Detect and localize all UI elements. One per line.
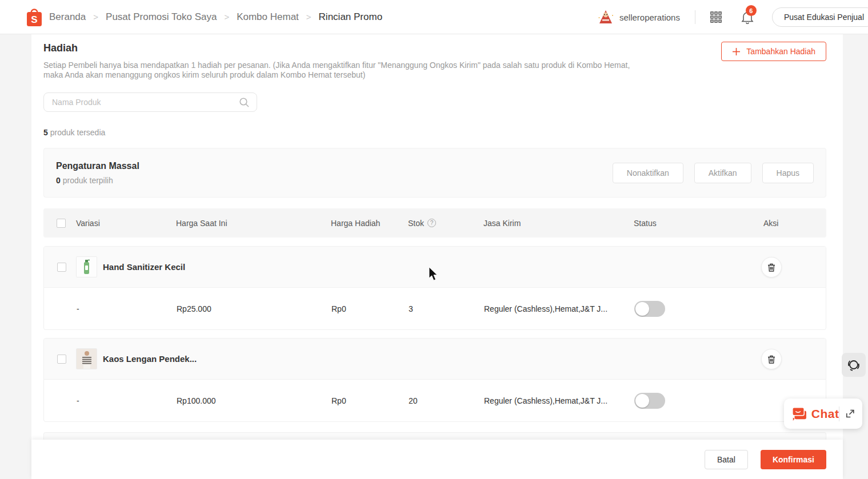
breadcrumb-rincian-promo: Rincian Promo (299, 11, 382, 23)
product-row: Kaos Lengan Pendek... - Rp100.000 Rp0 20… (43, 338, 826, 422)
available-count-label: produk tersedia (50, 128, 106, 137)
delete-button[interactable]: Hapus (762, 163, 814, 183)
headset-icon (846, 357, 861, 372)
description-line-1: Setiap Pembeli hanya bisa mendapatkan 1 … (43, 61, 706, 70)
apps-grid-icon[interactable] (710, 11, 722, 23)
table-header: Variasi Harga Saat Ini Harga Hadiah Stok… (43, 208, 826, 238)
gift-price: Rp0 (331, 304, 409, 313)
breadcrumb-kombo-hemat[interactable]: Kombo Hemat (217, 11, 298, 23)
current-price: Rp25.000 (177, 304, 331, 313)
breadcrumb: Beranda Pusat Promosi Toko Saya Kombo He… (49, 11, 382, 23)
divider (695, 10, 695, 24)
current-price: Rp100.000 (177, 396, 331, 405)
tshirt-thumbnail-icon (77, 349, 97, 369)
confirm-button[interactable]: Konfirmasi (761, 450, 826, 469)
product-image (76, 256, 97, 277)
divider (839, 406, 839, 421)
status-toggle[interactable] (634, 301, 665, 317)
col-variasi: Variasi (76, 219, 176, 228)
product-row-header: Kaos Lengan Pendek... (44, 339, 826, 380)
hand-sanitizer-thumbnail-icon (77, 257, 97, 277)
cancel-button[interactable]: Batal (705, 450, 748, 469)
col-aksi: Aksi (763, 219, 826, 228)
available-count-number: 5 (43, 128, 48, 137)
shopee-logo-icon[interactable]: S (25, 7, 43, 27)
svg-text:S: S (31, 14, 37, 25)
support-fab[interactable] (842, 353, 866, 377)
seller-center-page: S Beranda Pusat Promosi Toko Saya Kombo … (0, 0, 868, 479)
bulk-selected: 0produk terpilih (56, 176, 139, 185)
chat-label: Chat (811, 407, 839, 421)
row-checkbox[interactable] (57, 263, 66, 272)
page-title: Hadiah (43, 42, 826, 54)
delete-row-button[interactable] (761, 257, 782, 277)
username[interactable]: selleroperations (619, 13, 680, 22)
main-content: Hadiah Setiap Pembeli hanya bisa mendapa… (31, 34, 843, 479)
toggle-knob (635, 394, 649, 408)
description-line-2: maka Anda akan menanggung ongkos kirim s… (43, 70, 706, 80)
product-row-header: Hand Sanitizer Kecil (44, 247, 826, 288)
edu-center-button[interactable]: Pusat Edukasi Penjual (772, 7, 868, 27)
col-harga-saat-ini: Harga Saat Ini (176, 219, 331, 228)
status-toggle[interactable] (634, 393, 665, 409)
col-stok: Stok (408, 219, 424, 228)
bulk-settings-panel: Pengaturan Massal 0produk terpilih Nonak… (43, 148, 826, 198)
col-jasa-kirim: Jasa Kirim (483, 219, 634, 228)
stock-value: 20 (409, 396, 484, 405)
shipping-channels: Reguler (Cashless),Hemat,J&T J... (484, 396, 634, 405)
product-row: Hand Sanitizer Kecil - Rp25.000 Rp0 3 Re… (43, 246, 826, 330)
toggle-knob (635, 302, 649, 316)
variant-row: - Rp100.000 Rp0 20 Reguler (Cashless),He… (44, 380, 826, 421)
avatar[interactable] (597, 9, 614, 26)
product-search (43, 92, 257, 112)
search-icon[interactable] (239, 97, 250, 108)
trash-icon (767, 263, 776, 272)
search-input[interactable] (52, 98, 239, 107)
select-all-checkbox[interactable] (57, 219, 66, 228)
expand-chat-icon[interactable] (845, 408, 855, 419)
col-harga-hadiah: Harga Hadiah (331, 219, 408, 228)
variant-value: - (77, 396, 177, 405)
stock-value: 3 (409, 304, 484, 313)
deactivate-button[interactable]: Nonaktifkan (613, 163, 683, 183)
breadcrumb-pusat-promosi[interactable]: Pusat Promosi Toko Saya (86, 11, 217, 23)
footer-bar: Batal Konfirmasi (31, 440, 843, 479)
stok-help-icon[interactable] (427, 219, 436, 227)
col-status: Status (634, 219, 763, 228)
gift-price: Rp0 (331, 396, 409, 405)
available-count: 5produk tersedia (43, 128, 826, 137)
shipping-channels: Reguler (Cashless),Hemat,J&T J... (484, 304, 634, 313)
add-gift-button[interactable]: Tambahkan Hadiah (721, 42, 826, 61)
product-name: Kaos Lengan Pendek... (103, 354, 197, 364)
chat-widget[interactable]: Chat (784, 399, 862, 429)
variant-row: - Rp25.000 Rp0 3 Reguler (Cashless),Hema… (44, 288, 826, 329)
breadcrumb-beranda[interactable]: Beranda (49, 11, 86, 23)
row-checkbox[interactable] (57, 355, 66, 364)
add-gift-label: Tambahkan Hadiah (746, 47, 815, 56)
page-description: Setiap Pembeli hanya bisa mendapatkan 1 … (43, 61, 706, 80)
activate-button[interactable]: Aktifkan (694, 163, 751, 183)
product-name: Hand Sanitizer Kecil (103, 262, 185, 272)
notifications-bell[interactable]: 6 (741, 10, 754, 24)
top-bar: S Beranda Pusat Promosi Toko Saya Kombo … (0, 0, 868, 34)
bulk-selected-label: produk terpilih (63, 176, 113, 185)
variant-value: - (77, 304, 177, 313)
bulk-selected-count: 0 (56, 176, 61, 185)
delete-row-button[interactable] (761, 349, 782, 369)
product-image (76, 348, 97, 369)
plus-icon (732, 47, 741, 56)
notification-badge: 6 (746, 5, 757, 16)
trash-icon (767, 355, 776, 364)
bulk-title: Pengaturan Massal (56, 161, 139, 171)
chat-bubble-icon (791, 406, 807, 421)
